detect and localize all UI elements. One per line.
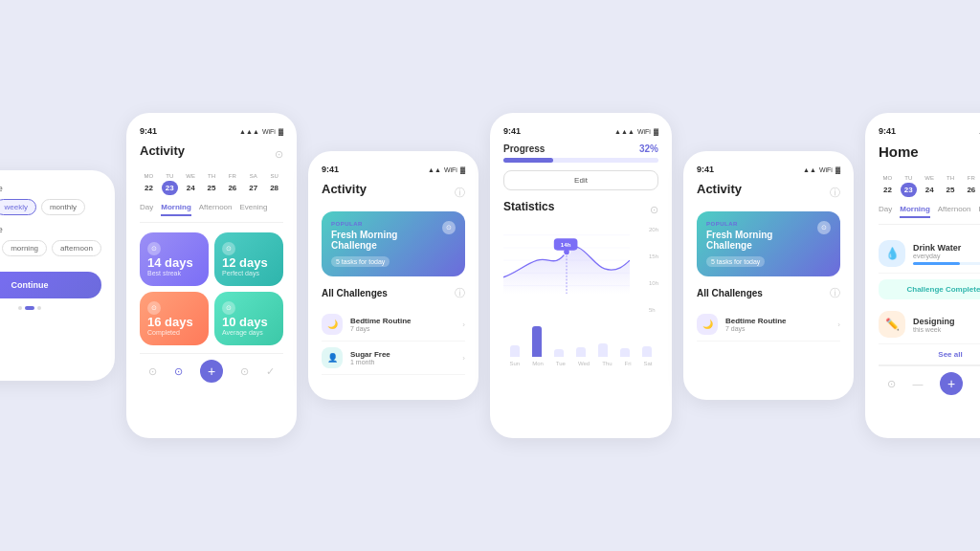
- dot-2: [25, 306, 34, 310]
- cal-day-tu-6[interactable]: TU 23: [900, 175, 918, 197]
- section-header-5: Activity ⓘ: [697, 182, 840, 204]
- tab-morning-6[interactable]: Morning: [900, 205, 930, 218]
- list-item-bedtime[interactable]: 🌙 Bedtime Routine 7 days ›: [322, 308, 465, 342]
- tabs-row: Day Morning Afternoon Evening: [140, 203, 283, 223]
- list-item-bedtime-5[interactable]: 🌙 Bedtime Routine 7 days ›: [697, 308, 840, 342]
- pill-afternoon[interactable]: afternoon: [52, 240, 101, 256]
- stat-icon-2: ⊙: [222, 242, 235, 255]
- bar-mon: [525, 326, 547, 357]
- water-details: Drink Water everyday: [913, 243, 980, 265]
- time-3: 9:41: [322, 165, 339, 174]
- home-card: 9:41 ▲▲▲ WiFi ▓ Home ⊙ MO 22 TU 23 WE 24…: [865, 113, 980, 438]
- battery-5: ▓: [835, 166, 840, 173]
- signal-4: ▲▲▲: [614, 128, 635, 135]
- signal-3: ▲▲: [428, 166, 441, 173]
- section-title-5: Activity: [697, 182, 742, 196]
- info-icon-3[interactable]: ⓘ: [455, 186, 465, 200]
- stat-label-1: Best streak: [147, 270, 201, 276]
- cal-day-su[interactable]: SU 28: [265, 173, 283, 195]
- home-title: Home: [879, 143, 919, 160]
- nav-minus-6[interactable]: —: [912, 378, 923, 389]
- nav-active-icon[interactable]: ⊙: [174, 365, 183, 378]
- nav-chart-icon[interactable]: ⊙: [240, 365, 249, 378]
- icons-5: ▲▲ WiFi ▓: [803, 166, 840, 173]
- habit-settings-card: Habit's type daily weekly monthly Habit'…: [0, 170, 115, 381]
- continue-button[interactable]: Continue: [0, 272, 101, 298]
- tab-afternoon-6[interactable]: Afternoon: [938, 205, 971, 218]
- cal-day-tu[interactable]: TU 23: [161, 173, 179, 195]
- section-header: Activity ⊙: [140, 143, 283, 165]
- habit-type-group: daily weekly monthly: [0, 199, 101, 215]
- cal-day-sa[interactable]: SA 27: [244, 173, 262, 195]
- tab-day[interactable]: Day: [140, 203, 153, 216]
- info-icon-challenges-5[interactable]: ⓘ: [830, 286, 840, 300]
- challenges-header-5: All Challenges ⓘ: [697, 286, 840, 300]
- nav-home-icon[interactable]: ⊙: [148, 365, 157, 378]
- task-badge-3: 5 tasks for today: [331, 256, 390, 267]
- progress-bar-fill: [503, 158, 553, 163]
- bottom-nav: ⊙ ⊙ + ⊙ ✓: [140, 353, 283, 388]
- info-icon-5[interactable]: ⓘ: [830, 186, 840, 200]
- status-bar-5: 9:41 ▲▲ WiFi ▓: [697, 165, 840, 174]
- list-title-sugarfree: Sugar Free: [350, 350, 455, 359]
- status-icons: ▲▲▲ WiFi ▓: [239, 128, 283, 135]
- progress-title: Progress: [503, 143, 545, 154]
- battery-icon: ▓: [278, 128, 283, 135]
- bar-tue: [547, 349, 569, 357]
- calendar-row: MO 22 TU 23 WE 24 TH 25 FR 26 SA 27 SU 2…: [140, 173, 283, 195]
- cal-day-th[interactable]: TH 25: [203, 173, 221, 195]
- fab-add[interactable]: +: [200, 360, 223, 383]
- stats-header: Statistics ⊙: [503, 200, 658, 219]
- dot-1: [18, 306, 22, 310]
- bar-sun: [503, 345, 525, 357]
- cal-day-fr-6[interactable]: FR 26: [962, 175, 980, 197]
- see-all-link[interactable]: See all: [879, 344, 980, 364]
- list-info-sugarfree: Sugar Free 1 month: [350, 350, 455, 365]
- page-indicator: [0, 306, 101, 310]
- stat-num-1: 14 days: [147, 255, 201, 270]
- stat-beststreak: ⊙ 14 days Best streak: [140, 232, 209, 286]
- calendar-row-6: MO 22 TU 23 WE 24 TH 25 FR 26 SA 27 SU 2…: [879, 175, 980, 197]
- list-icon-sugarfree: 👤: [322, 347, 343, 368]
- cal-day-fr[interactable]: FR 26: [223, 173, 241, 195]
- stat-avgdays: ⊙ 10 days Average days: [214, 292, 283, 345]
- settings-icon-4[interactable]: ⊙: [650, 204, 658, 216]
- list-sub-bedtime-5: 7 days: [725, 325, 830, 332]
- activity-water[interactable]: 💧 Drink Water everyday 3/5 glasses: [879, 234, 980, 274]
- pill-monthly[interactable]: monthly: [41, 199, 85, 215]
- tab-day-6[interactable]: Day: [879, 205, 892, 218]
- tab-morning[interactable]: Morning: [161, 203, 191, 216]
- chart-labels: Sun Mon Tue Wed Thu Fri Sat: [503, 361, 658, 366]
- challenge-card-5[interactable]: POPULAR Fresh Morning Challenge ⊙ 5 task…: [697, 211, 840, 276]
- stat-icon-3: ⊙: [147, 301, 161, 315]
- edit-button[interactable]: Edit: [503, 170, 658, 190]
- pill-morning[interactable]: morning: [2, 240, 47, 256]
- wifi-4: WiFi: [637, 128, 651, 135]
- challenge-card-3[interactable]: POPULAR Fresh Morning Challenge ⊙ 5 task…: [322, 211, 465, 276]
- activity-card-small: 9:41 ▲▲ WiFi ▓ Activity ⓘ POPULAR Fresh …: [308, 151, 479, 400]
- water-progress-fill: [913, 262, 960, 265]
- home-header: Home ⊙: [879, 143, 980, 167]
- fab-add-6[interactable]: +: [940, 372, 963, 395]
- tab-afternoon[interactable]: Afternoon: [199, 203, 233, 216]
- settings-icon[interactable]: ⊙: [275, 148, 283, 161]
- bottom-nav-6: ⊙ — + ⊙ ✓: [879, 365, 980, 401]
- time-5: 9:41: [697, 165, 714, 174]
- pill-weekly[interactable]: weekly: [0, 199, 36, 215]
- habit-type-label: Habit's type: [0, 184, 101, 193]
- cal-day-th-6[interactable]: TH 25: [942, 175, 960, 197]
- nav-home-6[interactable]: ⊙: [887, 378, 896, 390]
- cal-day-mo[interactable]: MO 22: [140, 173, 158, 195]
- nav-check-icon[interactable]: ✓: [266, 365, 275, 378]
- icons-3: ▲▲ WiFi ▓: [428, 166, 465, 173]
- tab-evening[interactable]: Evening: [239, 203, 267, 216]
- list-item-sugarfree[interactable]: 👤 Sugar Free 1 month ›: [322, 342, 465, 375]
- info-icon-challenges-3[interactable]: ⓘ: [455, 286, 465, 300]
- habit-time-group: all day morning afternoon: [0, 240, 101, 256]
- cal-day-we[interactable]: WE 24: [182, 173, 200, 195]
- cal-day-we-6[interactable]: WE 24: [921, 175, 939, 197]
- cal-day-mo-6[interactable]: MO 22: [879, 175, 897, 197]
- progress-bar-wrap: [503, 158, 658, 163]
- battery-4: ▓: [654, 128, 658, 135]
- activity-designing[interactable]: ✏️ Designing this week 1/3 per day: [879, 305, 980, 344]
